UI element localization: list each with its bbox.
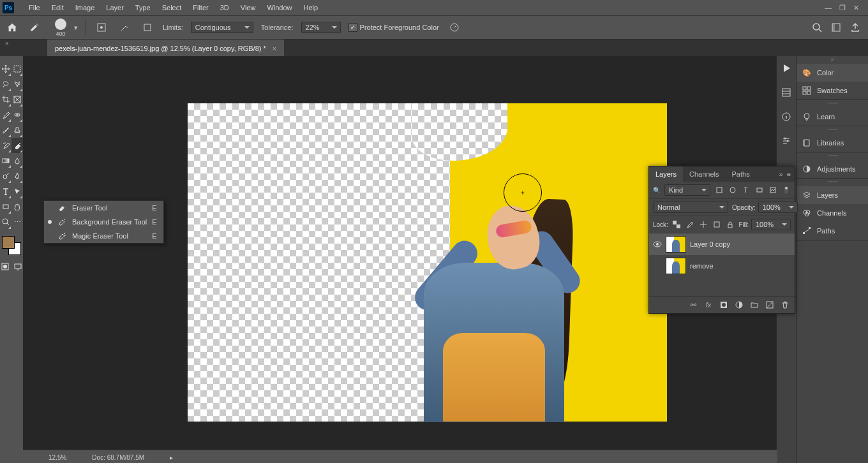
panel-learn[interactable]: Learn bbox=[797, 108, 868, 126]
tool-move[interactable] bbox=[0, 61, 11, 77]
workspace-icon[interactable] bbox=[831, 22, 841, 33]
menu-select[interactable]: Select bbox=[156, 0, 188, 15]
visibility-icon[interactable] bbox=[653, 240, 662, 249]
menu-help[interactable]: Help bbox=[298, 0, 324, 15]
panel-channels[interactable]: Channels bbox=[797, 204, 868, 222]
panel-collapse-icon[interactable]: » bbox=[779, 170, 782, 178]
menu-window[interactable]: Window bbox=[261, 0, 297, 15]
trash-icon[interactable] bbox=[781, 300, 789, 309]
screen-mode-icon[interactable] bbox=[12, 259, 24, 274]
tool-shape[interactable] bbox=[0, 199, 11, 214]
brush-preview[interactable]: 400 bbox=[55, 18, 66, 37]
pressure-icon[interactable] bbox=[447, 20, 462, 35]
history-icon[interactable] bbox=[779, 85, 793, 99]
tool-more[interactable]: ⋯ bbox=[11, 214, 23, 230]
panel-libraries[interactable]: Libraries bbox=[797, 134, 868, 152]
layers-tab[interactable]: Layers bbox=[649, 166, 683, 182]
panel-menu-icon[interactable]: ≡ bbox=[787, 170, 791, 178]
sampling-swatch-icon[interactable] bbox=[140, 20, 155, 35]
fg-color-swatch[interactable] bbox=[2, 236, 15, 249]
lock-transparency-icon[interactable] bbox=[672, 220, 682, 229]
menu-layer[interactable]: Layer bbox=[100, 0, 130, 15]
info-icon[interactable] bbox=[779, 110, 793, 124]
sampling-continuous-icon[interactable] bbox=[94, 20, 109, 35]
link-layers-icon[interactable]: ⚯ bbox=[689, 300, 698, 309]
channels-tab[interactable]: Channels bbox=[683, 166, 725, 182]
share-icon[interactable] bbox=[850, 22, 860, 33]
blend-mode-dropdown[interactable]: Normal bbox=[653, 202, 728, 213]
chevron-right-icon[interactable]: ▸ bbox=[170, 454, 173, 461]
window-close-icon[interactable]: ✕ bbox=[853, 4, 859, 12]
tolerance-field[interactable]: 22% bbox=[301, 22, 341, 33]
tool-lasso[interactable] bbox=[0, 77, 11, 92]
filter-type-icon[interactable]: T bbox=[741, 186, 751, 195]
panel-adjustments[interactable]: Adjustments bbox=[797, 160, 868, 178]
tool-path-select[interactable] bbox=[11, 184, 23, 199]
tool-type[interactable] bbox=[0, 184, 11, 199]
filter-pixel-icon[interactable] bbox=[714, 186, 724, 195]
filter-adjust-icon[interactable] bbox=[728, 186, 737, 195]
tool-zoom[interactable] bbox=[0, 214, 11, 230]
window-restore-icon[interactable]: ❐ bbox=[839, 4, 846, 12]
window-minimize-icon[interactable]: — bbox=[825, 4, 832, 12]
protect-fg-checkbox[interactable]: ✓Protect Foreground Color bbox=[348, 23, 439, 32]
properties-icon[interactable] bbox=[779, 134, 793, 148]
tool-gradient[interactable] bbox=[0, 153, 11, 168]
flyout-eraser-tool[interactable]: Eraser Tool E bbox=[44, 201, 163, 215]
panel-paths[interactable]: Paths bbox=[797, 222, 868, 240]
menu-filter[interactable]: Filter bbox=[187, 0, 214, 15]
quick-mask-icon[interactable] bbox=[0, 259, 11, 274]
tool-quick-select[interactable] bbox=[11, 77, 23, 92]
document-tab[interactable]: pexels-juan-mendez-1536619.jpg @ 12.5% (… bbox=[47, 40, 284, 56]
tool-stamp[interactable] bbox=[11, 122, 23, 138]
tool-marquee[interactable] bbox=[11, 61, 23, 77]
panel-layers[interactable]: Layers bbox=[797, 186, 868, 204]
menu-file[interactable]: File bbox=[23, 0, 46, 15]
lock-paint-icon[interactable] bbox=[685, 220, 695, 229]
filter-shape-icon[interactable] bbox=[754, 186, 764, 195]
chevron-down-icon[interactable]: ▾ bbox=[74, 24, 78, 32]
tool-hand[interactable] bbox=[11, 199, 23, 214]
tool-eraser[interactable] bbox=[11, 138, 23, 153]
limits-dropdown[interactable]: Contiguous bbox=[191, 22, 253, 33]
lock-all-icon[interactable] bbox=[726, 220, 735, 229]
search-icon[interactable] bbox=[812, 22, 822, 33]
new-layer-icon[interactable] bbox=[765, 300, 774, 309]
flyout-magic-eraser-tool[interactable]: Magic Eraser Tool E bbox=[44, 229, 163, 243]
tool-history-brush[interactable] bbox=[0, 138, 11, 153]
tool-brush[interactable] bbox=[0, 122, 11, 138]
filter-toggle[interactable] bbox=[781, 186, 791, 195]
tool-blur[interactable] bbox=[11, 153, 23, 168]
layer-mask-icon[interactable] bbox=[719, 300, 728, 309]
panel-color[interactable]: 🎨Color bbox=[797, 64, 868, 82]
paths-tab[interactable]: Paths bbox=[726, 166, 756, 182]
adjustment-layer-icon[interactable] bbox=[735, 300, 744, 309]
tool-frame[interactable] bbox=[11, 92, 23, 107]
folder-icon[interactable] bbox=[750, 300, 759, 309]
tool-healing[interactable] bbox=[11, 107, 23, 122]
visibility-icon[interactable] bbox=[653, 261, 662, 270]
tab-close-icon[interactable]: × bbox=[273, 45, 276, 52]
lock-artboard-icon[interactable] bbox=[712, 220, 722, 229]
color-swatches[interactable] bbox=[2, 236, 21, 255]
tool-pen[interactable] bbox=[11, 168, 23, 184]
menu-view[interactable]: View bbox=[235, 0, 262, 15]
lock-position-icon[interactable] bbox=[699, 220, 708, 229]
panel-swatches[interactable]: Swatches bbox=[797, 82, 868, 99]
layer-filter-dropdown[interactable]: Kind bbox=[664, 184, 710, 196]
tool-eyedropper[interactable] bbox=[0, 107, 11, 122]
tool-crop[interactable] bbox=[0, 92, 11, 107]
filter-smart-icon[interactable] bbox=[768, 186, 777, 195]
menu-image[interactable]: Image bbox=[70, 0, 101, 15]
flyout-background-eraser-tool[interactable]: Background Eraser Tool E bbox=[44, 215, 163, 229]
menu-3d[interactable]: 3D bbox=[214, 0, 235, 15]
tool-dodge[interactable] bbox=[0, 168, 11, 184]
play-action-icon[interactable] bbox=[779, 61, 793, 75]
current-tool-icon[interactable] bbox=[27, 20, 42, 35]
home-icon[interactable] bbox=[5, 20, 19, 34]
layer-item[interactable]: Layer 0 copy bbox=[649, 233, 795, 255]
sampling-once-icon[interactable] bbox=[117, 20, 132, 35]
menu-edit[interactable]: Edit bbox=[46, 0, 70, 15]
opacity-field[interactable]: 100% bbox=[758, 202, 798, 213]
fill-field[interactable]: 100% bbox=[751, 219, 791, 230]
